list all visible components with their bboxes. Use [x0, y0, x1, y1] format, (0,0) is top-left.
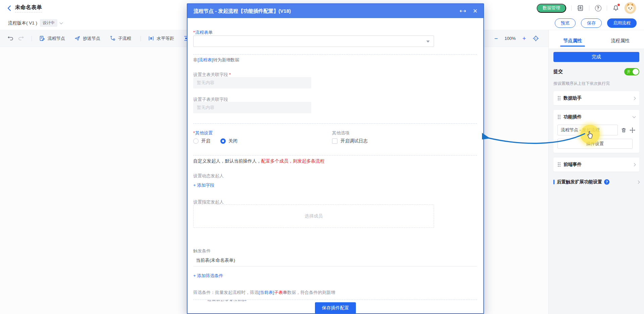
- divider: [589, 5, 589, 11]
- notification-bell-icon[interactable]: [612, 4, 620, 12]
- topbar-actions: 数据管理 ?: [537, 2, 636, 14]
- horizontal-spacing-icon: [148, 36, 154, 41]
- divider: [141, 36, 141, 41]
- move-icon[interactable]: [630, 127, 635, 133]
- avatar[interactable]: [625, 2, 636, 14]
- submit-toggle[interactable]: 开: [624, 68, 639, 75]
- drag-handle-icon[interactable]: [557, 115, 561, 119]
- panel-body: 完成 提交 开 按设置顺序从上往下依次执行完 数据助手: [549, 49, 644, 185]
- other-settings-radios: 开启 关闭: [193, 138, 237, 144]
- drag-handle-icon[interactable]: [557, 162, 561, 167]
- current-table-link[interactable]: [当前表]: [259, 290, 274, 295]
- radio-circle-icon: [193, 138, 199, 144]
- undo-icon[interactable]: [7, 36, 13, 41]
- divider-dashed: [193, 54, 477, 55]
- chevron-right-icon: [637, 180, 640, 184]
- divider: [32, 36, 32, 41]
- other-settings-label: *其他设置: [193, 130, 213, 136]
- caret-down-icon: [426, 41, 430, 43]
- modal-title: 流程节点 - 发起流程【功能插件配置】(V18): [194, 8, 291, 14]
- help-icon[interactable]: ?: [594, 4, 602, 12]
- trigger-label: 触发条件: [193, 248, 211, 254]
- zoom-level: 100%: [504, 36, 516, 41]
- modal-footer: 保存插件配置: [187, 301, 483, 313]
- chevron-right-icon: [633, 97, 636, 100]
- tab-flow-properties[interactable]: 流程属性: [596, 30, 644, 49]
- version-bar-actions: 预览 保存 启用流程: [555, 18, 637, 28]
- close-icon[interactable]: ×: [473, 7, 477, 15]
- tool-horizontal-spacing[interactable]: 水平等距: [148, 36, 174, 42]
- contacts-icon[interactable]: [577, 4, 584, 12]
- tab-node-properties[interactable]: 节点属性: [549, 30, 596, 49]
- delete-trash-icon[interactable]: [621, 127, 627, 133]
- add-filter-link[interactable]: + 添加筛选条件: [193, 273, 223, 279]
- post-trigger-settings-link[interactable]: 后置触发扩展功能设置 ?: [553, 179, 639, 185]
- chevron-right-icon: [633, 163, 636, 166]
- paper-plane-icon: [74, 36, 80, 41]
- chevron-down-icon: [633, 115, 636, 118]
- other-options-label: 其他选项: [332, 130, 350, 136]
- preview-button[interactable]: 预览: [555, 18, 576, 28]
- flow-form-select[interactable]: [193, 36, 434, 47]
- card-data-assistant-head[interactable]: 数据助手: [557, 95, 635, 101]
- trigger-value[interactable]: 当前表(未命名表单): [196, 257, 235, 263]
- checkbox-icon: [332, 138, 337, 144]
- drag-handle-icon[interactable]: [557, 96, 561, 101]
- flow-node-icon: [39, 36, 45, 41]
- version-chevron-down-icon[interactable]: [60, 21, 63, 24]
- card-data-assistant: 数据助手: [553, 91, 639, 105]
- card-frontend-event-head[interactable]: 前端事件: [557, 162, 635, 168]
- panel-tabs: 节点属性 流程属性: [549, 30, 644, 49]
- done-button[interactable]: 完成: [553, 52, 639, 62]
- version-label: 流程版本( V1 ): [8, 20, 37, 26]
- trigger-underline: [193, 266, 477, 266]
- radio-circle-selected-icon: [220, 138, 226, 144]
- divider-dashed: [193, 155, 477, 155]
- question-help-icon[interactable]: ?: [604, 179, 609, 185]
- zoom-out-button[interactable]: −: [494, 36, 498, 42]
- custom-sender-note: 自定义发起人，默认当前操作人，配置多个成员，则发起多条流程: [193, 158, 325, 164]
- hand-cursor-icon: [586, 130, 594, 139]
- radio-on[interactable]: 开启: [193, 138, 210, 144]
- card-frontend-event: 前端事件: [553, 158, 639, 172]
- tool-flow-node[interactable]: 流程节点: [39, 36, 65, 42]
- card-function-plugin-head[interactable]: 功能插件: [557, 114, 635, 120]
- expand-resize-icon[interactable]: [460, 9, 466, 13]
- modal-body: *流程表单 非[流程表]转为新增数据 设置主表关联字段* 暂无内容 设置子表关联…: [187, 18, 483, 313]
- select-member-box[interactable]: 选择成员: [193, 204, 434, 228]
- branch-icon: [110, 36, 115, 41]
- save-plugin-config-button[interactable]: 保存插件配置: [315, 302, 356, 313]
- divider: [607, 5, 607, 11]
- click-highlight: [580, 125, 600, 144]
- enable-flow-button[interactable]: 启用流程: [607, 18, 637, 28]
- dynamic-sender-label: 设置动态发起人: [193, 173, 224, 179]
- add-field-link[interactable]: + 添加字段: [193, 182, 214, 188]
- debug-log-checkbox-row[interactable]: 开启调试日志: [332, 138, 368, 144]
- sub-field-input: 暂无内容: [193, 102, 311, 113]
- status-badge: 设计中: [40, 19, 57, 27]
- filter-note: 筛选条件：批量发起流程时，筛选[当前表]子表单数据，符合条件的则新增: [193, 290, 335, 296]
- tool-cc-node[interactable]: 抄送节点: [74, 36, 100, 42]
- modal-header: 流程节点 - 发起流程【功能插件配置】(V18) ×: [187, 4, 483, 18]
- zoom-controls: − 100% +: [494, 30, 539, 47]
- divider-dashed: [193, 123, 477, 124]
- main-field-input: 暂无内容: [193, 77, 311, 88]
- note-line: 非[流程表]转为新增数据: [193, 57, 239, 63]
- zoom-in-button[interactable]: +: [522, 36, 526, 42]
- tool-sub-flow[interactable]: 子流程: [110, 36, 131, 42]
- radio-off-selected[interactable]: 关闭: [220, 138, 237, 144]
- notification-dot: [618, 4, 620, 6]
- right-panel: 节点属性 流程属性 完成 提交 开 按设置顺序从上往下依次执行完 数据助手: [548, 30, 644, 314]
- plugin-config-modal: 流程节点 - 发起流程【功能插件配置】(V18) × *流程表单 非[流程表]转…: [187, 3, 484, 314]
- redo-icon[interactable]: [18, 36, 24, 41]
- data-manage-button[interactable]: 数据管理: [537, 4, 566, 13]
- locate-target-icon[interactable]: [533, 35, 539, 42]
- submit-label: 提交: [553, 69, 563, 75]
- divider: [571, 5, 572, 11]
- page-title[interactable]: 未命名表单: [15, 4, 42, 12]
- app-root: 未命名表单 数据管理 ?: [0, 0, 644, 314]
- order-hint: 按设置顺序从上往下依次执行完: [553, 81, 639, 86]
- back-icon[interactable]: [7, 5, 11, 11]
- save-button[interactable]: 保存: [581, 18, 602, 28]
- flow-table-link[interactable]: [流程表]: [198, 57, 213, 62]
